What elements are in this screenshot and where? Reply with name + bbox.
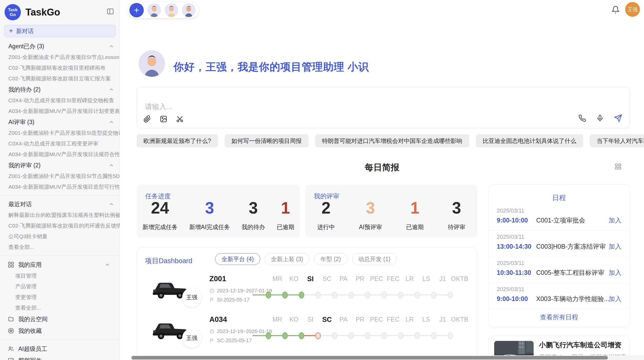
voice-call-icon[interactable]	[578, 114, 586, 122]
milestone-label: KO	[286, 316, 302, 324]
sidebar-item[interactable]: A034-全新新能源MUV产品开发项目计划变更表编写	[0, 106, 120, 116]
add-agent-button[interactable]	[129, 3, 144, 17]
dashboard-title: 项目Dashboard	[145, 256, 192, 265]
stat-item: 1已逾期	[277, 200, 294, 231]
milestone-dot	[299, 292, 304, 298]
stat-value: 2	[317, 200, 335, 216]
event-name: C001-立项审批会	[536, 216, 609, 224]
sidebar-item[interactable]: Z001-全新燃油皮卡产品开发项目SI节点Lesson Learn报告	[0, 52, 120, 63]
stat-value: 1	[277, 200, 294, 216]
milestone-label: SI	[302, 275, 319, 283]
milestone-label: MR	[269, 316, 286, 324]
recent-chats-section[interactable]: 最近对话	[0, 199, 120, 210]
layout-grid-icon[interactable]	[614, 163, 622, 170]
view-all-schedule-link[interactable]: 查看所有日程	[489, 313, 630, 321]
event-name: X003-车辆动力学性能验...	[536, 295, 609, 303]
stats-card: 我的评审2进行中3AI预评审1已逾期3待评审	[305, 185, 477, 238]
app-item[interactable]: 项目管理	[0, 271, 120, 281]
stat-item: 2进行中	[317, 200, 335, 231]
milestone-label: PA	[335, 316, 352, 324]
agent-avatar-1[interactable]	[147, 3, 161, 17]
sidebar-item[interactable]: C0X4-动力总成开发项目SI里程碑提交物检查	[0, 95, 120, 106]
recent-chat-item[interactable]: C02-飞腾新能源轻客改款项目的闭环通告反馈情况	[0, 220, 120, 231]
sidebar-item[interactable]: Z001-全新燃油轻卡产品开发项目SI造型提交物评审	[0, 128, 120, 138]
suggestion-chip[interactable]: 特朗普可能对进口汽车增税会对中国车企造成哪些影响	[315, 134, 469, 147]
dashboard-tab[interactable]: 年型 (2)	[314, 253, 347, 265]
notification-bell-icon[interactable]	[611, 6, 620, 14]
greeting-text: 你好，王强，我是你的项目管理助理 小识	[173, 60, 369, 74]
image-upload-icon[interactable]	[160, 115, 167, 123]
app-item[interactable]: 变更管理	[0, 292, 120, 303]
my-apps-section[interactable]: 我的应用	[0, 259, 120, 271]
my-favorites[interactable]: 我的收藏	[0, 325, 120, 337]
stat-label: 我的待办	[242, 223, 265, 231]
milestone-dot	[448, 332, 453, 339]
agent-avatar-2[interactable]	[165, 3, 178, 17]
sidebar-item[interactable]: C0X4-动力总成开发项目工程变更评审	[0, 138, 120, 149]
event-join-link[interactable]: 加入	[609, 268, 621, 277]
microphone-icon[interactable]	[596, 114, 604, 122]
schedule-event: 2025/03/1113:00-14:30C003|H0B-方案冻结评审加入	[489, 231, 630, 257]
new-chat-button[interactable]: + 新对话	[4, 25, 116, 37]
suggestion-chip[interactable]: 比亚迪全固态电池计划具体说了什么	[476, 134, 583, 147]
ai-super-staff[interactable]: AI超级员工	[0, 343, 120, 355]
stat-item: 3AI预评审	[359, 200, 382, 231]
sidebar-section-1[interactable]: 我的待办 (2)	[0, 84, 120, 95]
dashboard-tab[interactable]: 动总开发 (1)	[352, 253, 397, 265]
milestone-dot	[431, 332, 436, 339]
app-item[interactable]: 查看全部...	[0, 303, 120, 313]
suggestion-chip[interactable]: 欧洲新规最近颁布了什么?	[137, 134, 218, 147]
main-area: 王强 你好，王强，我是你的项目管理助理 小识 请输入...	[120, 0, 644, 360]
collapse-sidebar-icon[interactable]	[107, 8, 114, 15]
sidebar-item[interactable]: Z001-全新燃油轻卡产品开发项目SI节点属性5D文件评审	[0, 171, 120, 182]
milestone-label: J1	[434, 316, 451, 324]
milestone-dot	[431, 292, 436, 298]
sidebar-section-2[interactable]: AI评审 (3)	[0, 116, 120, 128]
milestone-label: PR	[352, 275, 368, 283]
dashboard-tab[interactable]: 全新平台 (4)	[215, 253, 260, 265]
chat-input-box[interactable]: 请输入...	[137, 87, 630, 128]
recent-chat-item[interactable]: 解释最新出台的欧盟报废车法规再生塑料比例被调至15%...	[0, 210, 120, 220]
sidebar-item[interactable]: A034-全新新能源MUV产品开发项目法规符合性评审	[0, 149, 120, 160]
assistant-avatar	[139, 50, 165, 77]
scissors-icon[interactable]	[176, 115, 184, 123]
project-row: 王强A0342023-12-19~2026-01-19SC-2025-05-17…	[137, 314, 477, 354]
milestone-label: PA	[335, 275, 352, 283]
help-me-write[interactable]: 帮我写作	[0, 355, 120, 360]
agent-avatar-3[interactable]	[182, 3, 196, 17]
sidebar-section-0[interactable]: Agent已办 (3)	[0, 41, 120, 52]
app-item[interactable]: 产品管理	[0, 281, 120, 292]
flag-icon	[209, 297, 214, 303]
stat-value: 1	[406, 200, 424, 216]
clock-icon	[209, 288, 214, 293]
sidebar-nav: Agent已办 (3)Z001-全新燃油皮卡产品开发项目SI节点Lesson L…	[0, 41, 120, 360]
scrollbar-thumb[interactable]	[131, 356, 608, 359]
send-icon[interactable]	[614, 114, 622, 122]
event-join-link[interactable]: 加入	[609, 216, 621, 224]
sidebar-item[interactable]: C02-飞腾新能源轻客改款项目立项汇报方案	[0, 73, 120, 84]
sidebar-section-3[interactable]: 我的评审 (2)	[0, 160, 120, 171]
schedule-events: 2025/03/119:00-10:00C001-立项审批会加入2025/03/…	[489, 204, 630, 309]
attachment-icon[interactable]	[143, 115, 151, 123]
milestone-label: OKTB	[451, 275, 467, 283]
user-avatar[interactable]: 王强	[625, 2, 640, 17]
dashboard-tab[interactable]: 全新上装 (3)	[265, 253, 310, 265]
milestone-dot	[398, 292, 403, 298]
apps-grid-icon	[8, 261, 18, 268]
stat-label: 已逾期	[277, 223, 294, 231]
sidebar-item[interactable]: C02-飞腾新能源轻客改款项目里程碑画布	[0, 63, 120, 73]
sidebar-item[interactable]: A034-全新新能源MUV产品开发项目造型可行性评审	[0, 182, 120, 192]
stat-label: 待评审	[448, 223, 465, 231]
recent-chat-item[interactable]: 公司Q3轻卡销量	[0, 231, 120, 242]
event-join-link[interactable]: 加入	[609, 295, 621, 303]
suggestion-chip[interactable]: 如何写一份清晰的项目周报	[225, 134, 309, 147]
divider	[0, 195, 120, 196]
event-join-link[interactable]: 加入	[609, 242, 621, 251]
recent-chat-item[interactable]: 查看全部...	[0, 242, 120, 252]
recent-chats-section-label: 最近对话	[8, 200, 32, 208]
suggestion-chip[interactable]: 当下年轻人对汽车外观有怎样的喜好趋势	[590, 134, 644, 147]
my-cloud-space[interactable]: 我的云空间	[0, 313, 120, 325]
suggestion-chips: 欧洲新规最近颁布了什么?如何写一份清晰的项目周报特朗普可能对进口汽车增税会对中国…	[137, 134, 644, 147]
chevron-up-icon	[109, 201, 114, 207]
project-flag: SC-2025-05-17	[209, 338, 252, 343]
